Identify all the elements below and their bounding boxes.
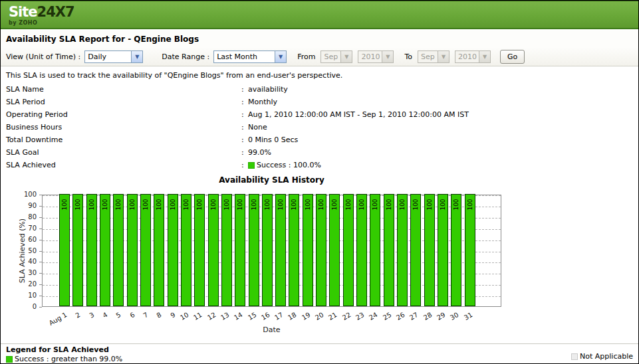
detail-value: None: [248, 123, 267, 132]
sla-bar: 100: [316, 194, 326, 306]
sla-bar: 100: [275, 194, 286, 306]
success-swatch: [6, 356, 13, 363]
y-tick-mark: [39, 217, 42, 218]
bar-value-label: 100: [170, 195, 176, 215]
bar-value-label: 100: [61, 195, 68, 215]
from-month-select[interactable]: Sep ▼: [320, 50, 352, 63]
sla-bar: 100: [127, 194, 138, 306]
bar-value-label: 100: [251, 195, 257, 215]
y-tick-label: 20: [14, 280, 37, 288]
page-title: Availability SLA Report for - QEngine Bl…: [1, 31, 638, 47]
sla-bar: 100: [438, 194, 448, 306]
sla-bar: 100: [329, 194, 340, 306]
view-unit-select[interactable]: Daily ▼: [84, 50, 143, 63]
from-year-select[interactable]: 2010 ▼: [358, 50, 394, 63]
bar-value-label: 100: [453, 195, 459, 215]
sla-bar: 100: [221, 194, 232, 306]
date-range-value: Last Month: [214, 51, 275, 62]
bar-value-label: 100: [196, 195, 203, 215]
date-range-select[interactable]: Last Month ▼: [213, 50, 287, 63]
date-range-label: Date Range :: [162, 52, 209, 61]
y-tick-label: 60: [14, 236, 37, 243]
sla-bar: 100: [370, 194, 380, 306]
y-tick-label: 50: [14, 247, 37, 254]
bar-value-label: 100: [318, 195, 324, 215]
to-month-select[interactable]: Sep ▼: [418, 50, 449, 63]
bar-value-label: 100: [412, 195, 419, 215]
sla-bar: 100: [424, 194, 435, 306]
detail-value: Success : 100.0%: [257, 161, 321, 169]
sla-bar: 100: [154, 194, 164, 306]
chevron-down-icon: ▼: [340, 51, 352, 62]
y-tick-mark: [39, 195, 42, 195]
to-month-value: Sep: [418, 51, 438, 62]
sla-bar: 100: [397, 194, 408, 306]
sla-bar: 100: [289, 194, 299, 306]
bar-value-label: 100: [386, 195, 392, 215]
bar-value-label: 100: [156, 195, 162, 215]
sla-bar: 100: [235, 194, 245, 306]
sla-history-plot: 100Aug 110021003100410051006100710081009…: [42, 195, 501, 307]
chevron-down-icon: ▼: [438, 51, 449, 62]
sla-bar: 100: [343, 194, 354, 306]
bar-value-label: 100: [183, 195, 190, 215]
sla-bar: 100: [465, 194, 475, 306]
sla-bar: 100: [168, 194, 178, 306]
y-tick-mark: [39, 296, 42, 296]
detail-value: 99.0%: [248, 148, 271, 157]
bar-value-label: 100: [358, 195, 365, 215]
detail-separator: :: [241, 148, 248, 157]
y-tick-mark: [39, 262, 42, 262]
bar-value-label: 100: [88, 195, 95, 215]
sla-bar: 100: [249, 194, 259, 306]
y-tick-mark: [39, 307, 42, 308]
sla-report-page: Site24X7 by ZOHO Availability SLA Report…: [0, 0, 639, 364]
y-tick-label: 30: [14, 269, 37, 276]
site24x7-logo[interactable]: Site24X7: [9, 5, 638, 19]
not-applicable-swatch: [571, 353, 578, 360]
detail-label: Total Downtime: [1, 136, 241, 144]
detail-label: SLA Achieved: [1, 161, 241, 169]
bar-value-label: 100: [102, 195, 108, 215]
legend-heading: Legend for SLA Achieved: [6, 345, 633, 354]
bar-value-label: 100: [399, 195, 406, 215]
sla-bar: 100: [72, 194, 83, 306]
y-tick-label: 40: [14, 258, 37, 265]
chevron-down-icon: ▼: [382, 51, 393, 62]
legend-na-label: Not Applicable: [580, 352, 633, 361]
go-button[interactable]: Go: [500, 50, 525, 64]
sla-bar: 100: [113, 194, 124, 306]
bar-value-label: 100: [210, 195, 217, 215]
sla-bar: 100: [262, 194, 273, 306]
bar-value-label: 100: [237, 195, 243, 215]
detail-label: SLA Period: [1, 98, 241, 106]
logo-site-text: Site: [9, 4, 37, 20]
y-tick-mark: [39, 273, 42, 274]
bar-value-label: 100: [223, 195, 230, 215]
detail-row-business-hours: Business Hours : None: [1, 121, 638, 134]
detail-label: Business Hours: [1, 123, 241, 132]
detail-separator: :: [241, 98, 248, 106]
brand-header: Site24X7 by ZOHO: [1, 1, 638, 29]
detail-label: Operating Period: [1, 110, 241, 119]
detail-row-total-downtime: Total Downtime : 0 Mins 0 Secs: [1, 134, 638, 146]
legend-success-row: Success : greater than 99.0%: [6, 355, 633, 363]
detail-value: Aug 1, 2010 12:00:00 AM IST - Sep 1, 201…: [248, 110, 469, 119]
bar-value-label: 100: [277, 195, 284, 215]
sla-details: SLA Name : availability SLA Period : Mon…: [1, 83, 638, 171]
sla-bar: 100: [181, 194, 192, 306]
detail-label: SLA Name: [1, 85, 241, 94]
y-tick-label: 90: [14, 202, 37, 209]
y-tick-mark: [39, 251, 42, 252]
bar-value-label: 100: [74, 195, 81, 215]
bar-value-label: 100: [345, 195, 352, 215]
legend-footer: Legend for SLA Achieved Success : greate…: [1, 343, 638, 363]
to-year-select[interactable]: 2010 ▼: [455, 50, 491, 63]
x-axis-title: Date: [42, 325, 501, 334]
y-tick-mark: [39, 228, 42, 229]
sla-bar: 100: [59, 194, 70, 306]
detail-separator: :: [241, 161, 248, 169]
chevron-down-icon: ▼: [479, 51, 490, 62]
detail-separator: :: [241, 85, 248, 94]
detail-row-sla-name: SLA Name : availability: [1, 83, 638, 96]
